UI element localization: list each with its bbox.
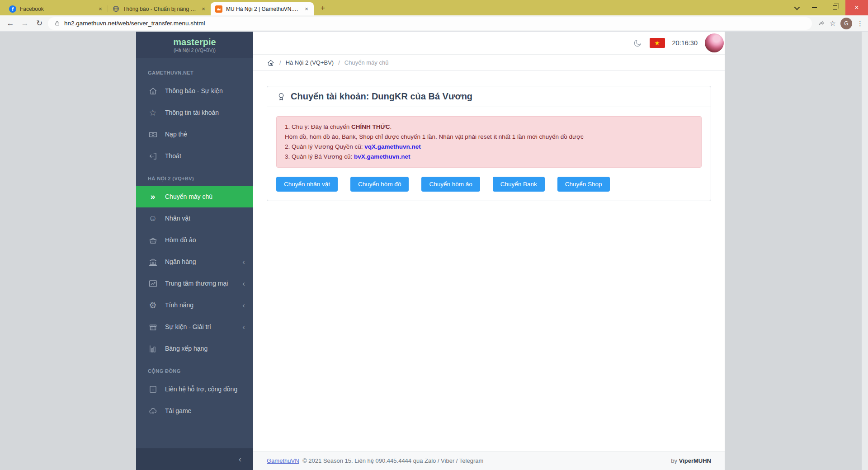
user-avatar[interactable] — [705, 33, 724, 52]
tab-search-button[interactable] — [788, 0, 804, 15]
sidebar-item-label: Thông tin tài khoản — [165, 109, 219, 116]
restore-button[interactable] — [825, 0, 845, 15]
section-label-hanoi2: HÀ NỘI 2 (VQ+BV) — [136, 167, 253, 186]
breadcrumb-server[interactable]: Hà Nội 2 (VQ+BV) — [286, 59, 334, 66]
notice-line-1: 1. Chú ý: Đây là chuyển CHÍNH THỨC. — [285, 122, 693, 132]
home-icon — [148, 86, 158, 96]
sidebar-item-thong-tin-tai-khoan[interactable]: ☆ Thông tin tài khoản — [136, 102, 253, 123]
sidebar-item-label: Thông báo - Sự kiện — [165, 87, 223, 94]
flag-star: ★ — [654, 40, 660, 46]
sidebar-item-label: Nhân vật — [165, 215, 190, 222]
breadcrumb-home-icon[interactable] — [267, 59, 275, 67]
sidebar-item-bang-xep-hang[interactable]: Bảng xếp hạng — [136, 338, 253, 359]
tab-close-icon[interactable]: × — [200, 5, 207, 13]
section-label-cong-dong: CỘNG ĐỒNG — [136, 359, 253, 378]
chevron-left-icon: ‹ — [242, 280, 245, 287]
sidebar-item-su-kien-giai-tri[interactable]: Sự kiện - Giải trí ‹ — [136, 316, 253, 338]
page-scrollbar[interactable] — [862, 32, 868, 470]
address-bar[interactable]: hn2.gamethuvn.net/web/server_transfer.me… — [48, 17, 812, 30]
minimize-button[interactable] — [804, 0, 825, 15]
bar-chart-icon — [148, 343, 158, 353]
facebook-icon: f — [9, 5, 16, 13]
brand-subtitle: (Hà Nội 2 (VQ+BV)) — [174, 47, 216, 53]
sidebar-item-hom-do-ao[interactable]: Hòm đồ ảo — [136, 229, 253, 251]
smiley-icon: ☺ — [148, 213, 158, 223]
browser-toolbar: ← → ↻ hn2.gamethuvn.net/web/server_trans… — [0, 15, 868, 32]
breadcrumb-separator: / — [338, 59, 340, 66]
sidebar-item-label: Trung tâm thương mại — [165, 280, 228, 287]
new-tab-button[interactable]: + — [316, 2, 329, 14]
vq-server-link[interactable]: vqX.gamethuvn.net — [364, 143, 421, 150]
sidebar-item-tai-game[interactable]: Tải game — [136, 400, 253, 422]
sidebar-item-label: Nạp thẻ — [165, 131, 187, 138]
sidebar-item-ngan-hang[interactable]: Ngân hàng ‹ — [136, 251, 253, 273]
tab-title: Facebook — [20, 6, 93, 12]
browser-window: f Facebook × Thông báo - Chuẩn bị nâng c… — [0, 0, 868, 470]
sidebar-item-nap-the[interactable]: Nạp thẻ — [136, 123, 253, 145]
page-footer: GamethuVN © 2021 Season 15. Liên hệ 090.… — [253, 451, 725, 470]
content-topbar: ★ 20:16:30 — [253, 32, 725, 54]
gear-icon: ⚙ — [148, 300, 158, 310]
close-button[interactable]: × — [845, 0, 868, 15]
tab-close-icon[interactable]: × — [97, 5, 104, 13]
notice-line-2: Hòm đồ, hòm đồ ảo, Bank, Shop chỉ được c… — [285, 132, 693, 142]
info-icon — [148, 384, 158, 394]
share-icon[interactable] — [817, 19, 825, 27]
chevron-left-icon: ‹ — [242, 258, 245, 266]
tab-facebook[interactable]: f Facebook × — [5, 2, 108, 15]
chevron-left-icon: ‹ — [242, 301, 245, 309]
footer-gamethuvn-link[interactable]: GamethuVN — [267, 457, 299, 464]
basket-icon — [148, 235, 158, 245]
restore-icon — [833, 5, 837, 10]
tab-thong-bao[interactable]: Thông báo - Chuẩn bị nâng cấp × — [108, 2, 211, 15]
footer-left: GamethuVN © 2021 Season 15. Liên hệ 090.… — [267, 457, 483, 464]
globe-icon — [112, 5, 119, 13]
tab-mu-hanoi2-active[interactable]: MU Hà Nội 2 | GamethuVN.net - × — [211, 2, 314, 15]
vietnam-flag-icon[interactable]: ★ — [650, 38, 665, 48]
transfer-card: Chuyển tài khoản: DungKR của Bá Vương 1.… — [267, 86, 711, 201]
breadcrumb-current: Chuyển máy chủ — [344, 59, 389, 66]
tab-close-icon[interactable]: × — [303, 5, 310, 13]
sidebar-item-trung-tam-thuong-mai[interactable]: Trung tâm thương mại ‹ — [136, 273, 253, 294]
sidebar-item-chuyen-may-chu[interactable]: » Chuyển máy chủ — [136, 186, 253, 207]
sidebar-item-thong-bao-su-kien[interactable]: Thông báo - Sự kiện — [136, 80, 253, 102]
overflow-menu-icon[interactable]: ⋮ — [857, 19, 863, 28]
page-background: masterpie (Hà Nội 2 (VQ+BV)) GAMETHUVN.N… — [0, 32, 868, 470]
card-body: 1. Chú ý: Đây là chuyển CHÍNH THỨC. Hòm … — [267, 107, 711, 201]
sidebar-item-lien-he-ho-tro[interactable]: Liên hệ hỗ trợ, cộng đồng — [136, 378, 253, 400]
star-icon: ☆ — [148, 108, 158, 118]
card-header: Chuyển tài khoản: DungKR của Bá Vương — [267, 86, 711, 107]
sidebar-item-nhan-vat[interactable]: ☺ Nhân vật — [136, 207, 253, 229]
browser-profile-avatar[interactable]: G — [840, 18, 852, 29]
transfer-bank-button[interactable]: Chuyển Bank — [493, 177, 545, 192]
transfer-character-button[interactable]: Chuyển nhân vật — [276, 177, 338, 192]
sidebar-nav: GAMETHUVN.NET Thông báo - Sự kiện ☆ Thôn… — [136, 58, 253, 448]
bv-server-link[interactable]: bvX.gamethuvn.net — [354, 153, 410, 160]
warning-notice: 1. Chú ý: Đây là chuyển CHÍNH THỨC. Hòm … — [276, 116, 702, 168]
cloud-download-icon — [148, 406, 158, 416]
sidebar-item-tinh-nang[interactable]: ⚙ Tính năng ‹ — [136, 294, 253, 316]
site-container: masterpie (Hà Nội 2 (VQ+BV)) GAMETHUVN.N… — [136, 32, 725, 470]
back-button[interactable]: ← — [5, 18, 16, 29]
sidebar-collapse-button[interactable]: ‹ — [136, 448, 253, 470]
bookmark-star-icon[interactable]: ☆ — [830, 19, 836, 28]
transfer-inventory-button[interactable]: Chuyển hòm đồ — [350, 177, 409, 192]
logout-icon — [148, 151, 158, 161]
transfer-shop-button[interactable]: Chuyển Shop — [557, 177, 610, 192]
dark-mode-moon-icon[interactable] — [633, 38, 642, 48]
forward-button[interactable]: → — [19, 18, 31, 29]
lock-icon — [54, 20, 60, 26]
chart-line-icon — [148, 278, 158, 288]
sidebar-item-label: Hòm đồ ảo — [165, 236, 196, 244]
sidebar: masterpie (Hà Nội 2 (VQ+BV)) GAMETHUVN.N… — [136, 32, 253, 470]
banknote-icon — [148, 129, 158, 139]
section-label-gamethuvn: GAMETHUVN.NET — [136, 61, 253, 80]
chevron-down-icon — [794, 4, 800, 10]
sidebar-item-thoat[interactable]: Thoát — [136, 145, 253, 167]
sidebar-item-label: Thoát — [165, 152, 181, 160]
medal-icon — [276, 92, 286, 102]
main-content: ★ 20:16:30 / Hà Nội 2 (VQ+BV) / Chuyển m… — [253, 32, 725, 470]
transfer-actions: Chuyển nhân vật Chuyển hòm đồ Chuyển hòm… — [276, 177, 702, 192]
transfer-virtual-chest-button[interactable]: Chuyển hòm ảo — [421, 177, 480, 192]
reload-button[interactable]: ↻ — [33, 18, 45, 29]
